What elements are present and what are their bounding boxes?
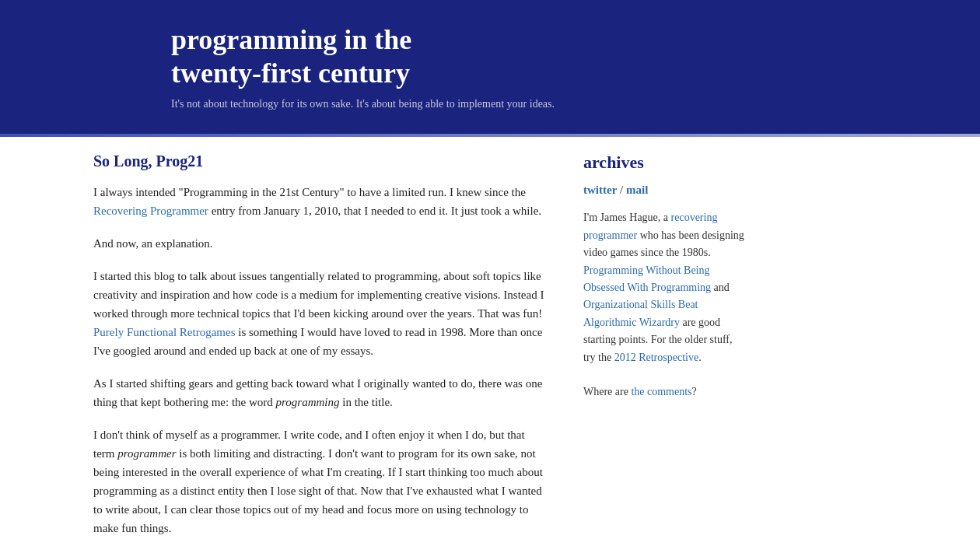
comments-link[interactable]: the comments bbox=[631, 386, 691, 397]
bio-before-link1: I'm James Hague, a bbox=[583, 212, 671, 223]
main-content: So Long, Prog21 I always intended "Progr… bbox=[93, 152, 576, 551]
site-title: programming in the twenty-first century bbox=[171, 23, 809, 90]
2012-retrospective-link[interactable]: 2012 Retrospective bbox=[614, 352, 698, 363]
p4-after-italic: in the title. bbox=[340, 396, 393, 408]
recovering-programmer-link[interactable]: Recovering Programmer bbox=[93, 205, 208, 217]
site-title-line2: twenty-first century bbox=[171, 58, 410, 89]
p4-italic: programming bbox=[276, 396, 340, 408]
where-before: Where are bbox=[583, 386, 631, 397]
article-body: I always intended "Programming in the 21… bbox=[93, 183, 544, 537]
article-paragraph-3: I started this blog to talk about issues… bbox=[93, 267, 544, 360]
social-links: twitter / mail bbox=[583, 184, 747, 197]
mail-link[interactable]: mail bbox=[626, 184, 648, 196]
slash-separator: / bbox=[617, 184, 626, 196]
twitter-link[interactable]: twitter bbox=[583, 184, 617, 196]
sidebar-bio: I'm James Hague, a recovering programmer… bbox=[583, 209, 747, 401]
purely-functional-link[interactable]: Purely Functional Retrogames bbox=[93, 326, 235, 338]
programming-without-obsession-link[interactable]: Programming Without Being Obsessed With … bbox=[583, 264, 711, 293]
p2-text: And now, an explanation. bbox=[93, 237, 213, 250]
bio-after-link2: and bbox=[711, 282, 730, 293]
bio-paragraph: I'm James Hague, a recovering programmer… bbox=[583, 209, 747, 366]
p5-italic: programmer bbox=[117, 447, 176, 460]
comments-paragraph: Where are the comments? bbox=[583, 383, 747, 401]
p3-before-link: I started this blog to talk about issues… bbox=[93, 270, 544, 320]
p1-after-link: entry from January 1, 2010, that I neede… bbox=[208, 205, 541, 217]
site-title-line1: programming in the bbox=[171, 24, 411, 55]
bio-after-link4: . bbox=[698, 352, 702, 363]
archives-heading: archives bbox=[583, 152, 747, 173]
site-header: programming in the twenty-first century … bbox=[0, 0, 980, 134]
sidebar: archives twitter / mail I'm James Hague,… bbox=[576, 152, 747, 551]
p1-before-link: I always intended "Programming in the 21… bbox=[93, 186, 526, 198]
article-paragraph-5: I don't think of myself as a programmer.… bbox=[93, 425, 544, 537]
article-paragraph-4: As I started shifting gears and getting … bbox=[93, 374, 544, 411]
article-paragraph-2: And now, an explanation. bbox=[93, 234, 544, 253]
content-wrapper: So Long, Prog21 I always intended "Progr… bbox=[78, 137, 902, 560]
article-title: So Long, Prog21 bbox=[93, 152, 544, 170]
where-after: ? bbox=[692, 386, 697, 397]
site-subtitle: It's not about technology for its own sa… bbox=[171, 98, 809, 110]
p5-after-italic: is both limiting and distracting. I don'… bbox=[93, 447, 543, 534]
article-paragraph-1: I always intended "Programming in the 21… bbox=[93, 183, 544, 220]
